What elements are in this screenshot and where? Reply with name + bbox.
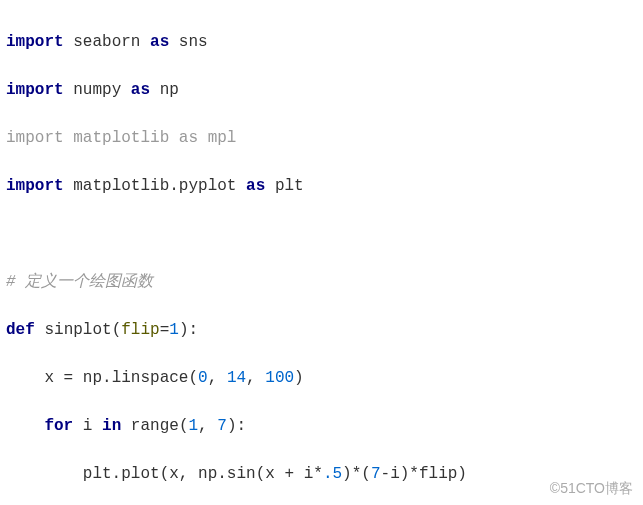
alias: plt (275, 177, 304, 195)
var: i (83, 417, 93, 435)
comment: # 定义一个绘图函数 (6, 273, 153, 291)
keyword-as: as (131, 81, 150, 99)
call: plt.plot (83, 465, 160, 483)
keyword-for: for (44, 417, 73, 435)
code-line: # 定义一个绘图函数 (6, 270, 635, 294)
code-line-unused: import matplotlib as mpl (6, 126, 635, 150)
var: x (44, 369, 54, 387)
function-name: sinplot (44, 321, 111, 339)
call: np.linspace (83, 369, 189, 387)
keyword-import: import (6, 33, 64, 51)
number: 1 (169, 321, 179, 339)
alias: sns (179, 33, 208, 51)
call: np.sin (198, 465, 256, 483)
keyword-in: in (102, 417, 121, 435)
blank-line (6, 222, 635, 246)
param: flip (121, 321, 159, 339)
keyword-import: import (6, 81, 64, 99)
keyword-as: as (246, 177, 265, 195)
module-name: seaborn (73, 33, 140, 51)
code-line: def sinplot(flip=1): (6, 318, 635, 342)
code-line: import seaborn as sns (6, 30, 635, 54)
code-block: import seaborn as sns import numpy as np… (0, 0, 643, 505)
code-line: x = np.linspace(0, 14, 100) (6, 366, 635, 390)
alias: np (160, 81, 179, 99)
code-line: for i in range(1, 7): (6, 414, 635, 438)
code-line: plt.plot(x, np.sin(x + i*.5)*(7-i)*flip) (6, 462, 635, 486)
keyword-as: as (150, 33, 169, 51)
keyword-def: def (6, 321, 35, 339)
module-name: matplotlib.pyplot (73, 177, 236, 195)
code-line: import numpy as np (6, 78, 635, 102)
code-line: import matplotlib.pyplot as plt (6, 174, 635, 198)
call: range (131, 417, 179, 435)
keyword-import: import (6, 177, 64, 195)
watermark: ©51CTO博客 (550, 478, 633, 499)
module-name: numpy (73, 81, 121, 99)
